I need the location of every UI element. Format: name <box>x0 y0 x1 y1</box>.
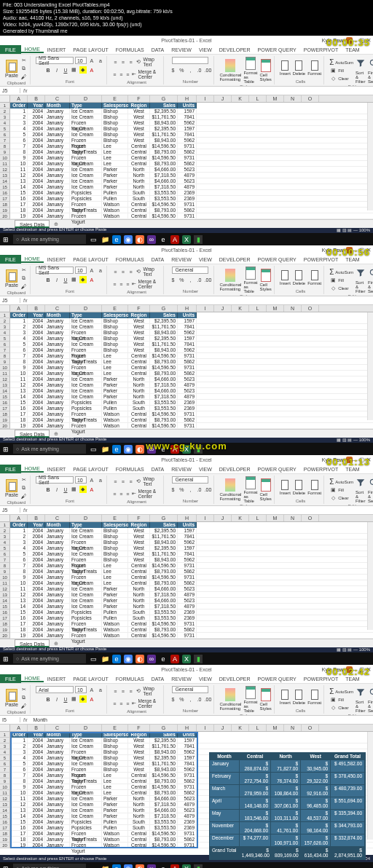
row-12[interactable]: 12 <box>0 796 10 802</box>
table-row[interactable]: 32004JanuaryFrozen YogurtBishopWest$8,94… <box>10 540 373 545</box>
column-headers[interactable]: ABCDEFGHIJKLMNO <box>0 515 373 522</box>
col-A[interactable]: A <box>10 725 28 731</box>
cell-styles-button[interactable]: Cell Styles <box>259 478 271 501</box>
col-E[interactable]: E <box>102 515 128 521</box>
autosum-button[interactable]: ΣAutoSum <box>329 478 353 486</box>
align-ctr-icon[interactable]: ≡ <box>119 71 124 78</box>
row-18[interactable]: 18 <box>0 411 10 417</box>
currency-icon[interactable]: $ <box>169 66 176 74</box>
tab-power-query[interactable]: POWER QUERY <box>254 257 300 262</box>
name-box[interactable]: J5 <box>0 298 20 303</box>
shrink-font-icon[interactable]: a <box>97 686 104 693</box>
tab-view[interactable]: VIEW <box>195 257 216 262</box>
clear-button[interactable]: ◇Clear <box>329 285 353 292</box>
firefox-icon[interactable]: ◐ <box>136 445 144 454</box>
vertical-scrollbar[interactable] <box>367 312 373 420</box>
col-D[interactable]: D <box>70 515 102 521</box>
table-header[interactable]: Year <box>28 522 45 528</box>
row-7[interactable]: 7 <box>0 767 10 773</box>
firefox-icon[interactable]: ◐ <box>136 864 144 869</box>
table-header[interactable]: Sales <box>150 103 178 108</box>
number-format-select[interactable] <box>172 57 208 64</box>
indent-dec-icon[interactable]: ⇤ <box>132 700 137 707</box>
row-15[interactable]: 15 <box>0 604 10 609</box>
table-header[interactable]: Sales <box>150 312 178 318</box>
format-cells-button[interactable]: Format <box>307 480 321 495</box>
table-header[interactable]: Units <box>178 522 197 528</box>
font-name-select[interactable]: Arial <box>36 686 74 693</box>
tab-formulas[interactable]: FORMULAS <box>112 257 148 262</box>
tab-insert[interactable]: INSERT <box>44 467 70 472</box>
table-header[interactable]: Region <box>128 732 150 738</box>
cmd-icon[interactable]: ▮ <box>194 655 203 663</box>
table-row[interactable]: 92004JanuaryFrozen YogurtLeeCentral$14,5… <box>10 365 373 371</box>
indent-dec-icon[interactable]: ⇤ <box>132 71 137 78</box>
fx-icon[interactable]: fx <box>20 88 30 93</box>
align-left-icon[interactable]: ≡ <box>112 280 117 288</box>
table-row[interactable]: 122004JanuaryIce CreamParkerNorth$7,318.… <box>10 382 373 388</box>
table-header[interactable]: Units <box>178 732 197 738</box>
format-as-table-button[interactable]: Format as Table <box>243 57 257 84</box>
acrobat-icon[interactable]: A <box>170 655 179 663</box>
table-header[interactable]: Salesperson <box>102 312 128 318</box>
row-16[interactable]: 16 <box>0 190 10 196</box>
row-1[interactable]: 1 <box>0 312 10 318</box>
cortana-search[interactable]: ○Ask me anything <box>13 444 86 454</box>
percent-icon[interactable]: % <box>178 66 185 74</box>
inc-decimal-icon[interactable]: .0 <box>195 695 203 703</box>
grow-font-icon[interactable]: A <box>88 57 95 64</box>
col-F[interactable]: F <box>128 725 150 731</box>
formula-bar[interactable]: I5 fx Month <box>0 716 373 725</box>
row-3[interactable]: 3 <box>0 743 10 749</box>
table-header[interactable]: Month <box>45 103 70 108</box>
col-J[interactable]: J <box>214 305 232 312</box>
col-A[interactable]: A <box>10 305 28 312</box>
table-row[interactable]: 152004JanuaryPopsiclesPullenSouth$3,553.… <box>10 609 373 615</box>
tab-page-layout[interactable]: PAGE LAYOUT <box>69 467 111 472</box>
italic-icon[interactable]: I <box>53 695 60 703</box>
tab-home[interactable]: HOME <box>21 466 44 473</box>
inc-decimal-icon[interactable]: .0 <box>195 66 203 74</box>
table-header[interactable]: Order # <box>10 312 28 318</box>
tab-file[interactable]: FILE <box>0 45 21 54</box>
col-D[interactable]: D <box>70 725 102 731</box>
italic-icon[interactable]: I <box>53 276 60 283</box>
fill-color-icon[interactable]: ◆ <box>79 695 87 703</box>
table-row[interactable]: 22004JanuaryIce CreamBishopWest$11,761.5… <box>10 743 373 749</box>
number-format-select[interactable]: General <box>172 686 208 693</box>
col-C[interactable]: C <box>45 515 70 521</box>
col-H[interactable]: H <box>178 515 197 521</box>
col-N[interactable]: N <box>284 305 302 312</box>
excel-icon[interactable]: X <box>182 655 191 663</box>
table-header[interactable]: Type <box>70 732 102 738</box>
find-select-button[interactable]: Find & Select <box>368 686 373 713</box>
align-top-icon[interactable]: ≡ <box>112 58 119 66</box>
col-A[interactable]: A <box>10 515 28 521</box>
table-row[interactable]: 92004JanuaryFrozen YogurtLeeCentral$14,5… <box>10 155 373 161</box>
table-row[interactable]: 22004JanuaryIce CreamBishopWest$11,761.5… <box>10 324 373 330</box>
row-17[interactable]: 17 <box>0 196 10 202</box>
merge-center-button[interactable]: Merge & Center <box>138 279 162 289</box>
row-19[interactable]: 19 <box>0 837 10 843</box>
edge-icon[interactable]: e <box>112 235 121 244</box>
cut-icon[interactable]: ✂ <box>20 57 28 64</box>
row-12[interactable]: 12 <box>0 376 10 382</box>
fill-button[interactable]: ▣Fill <box>329 67 353 74</box>
cmd-icon[interactable]: ▮ <box>194 864 203 869</box>
table-row[interactable]: 32004JanuaryFrozen YogurtBishopWest$8,94… <box>10 330 373 336</box>
table-row[interactable]: 132004JanuaryIce CreamParkerNorth$4,666.… <box>10 598 373 604</box>
name-box[interactable]: J5 <box>0 88 20 93</box>
delete-cells-button[interactable]: Delete <box>293 60 305 76</box>
row-20[interactable]: 20 <box>0 633 10 639</box>
col-I[interactable]: I <box>197 515 214 521</box>
row-2[interactable]: 2 <box>0 108 10 114</box>
table-row[interactable]: 42004JanuaryIce CreamBishopWest$2,395.50… <box>10 336 373 342</box>
align-mid-icon[interactable]: ≡ <box>120 687 127 695</box>
row-12[interactable]: 12 <box>0 167 10 173</box>
row-7[interactable]: 7 <box>0 347 10 353</box>
table-row[interactable]: 172004JanuaryFrozen YogurtWatsonCentral$… <box>10 621 373 627</box>
inc-decimal-icon[interactable]: .0 <box>195 486 203 493</box>
row-7[interactable]: 7 <box>0 138 10 143</box>
font-color-icon[interactable]: A <box>88 276 95 283</box>
font-color-icon[interactable]: A <box>88 486 95 493</box>
